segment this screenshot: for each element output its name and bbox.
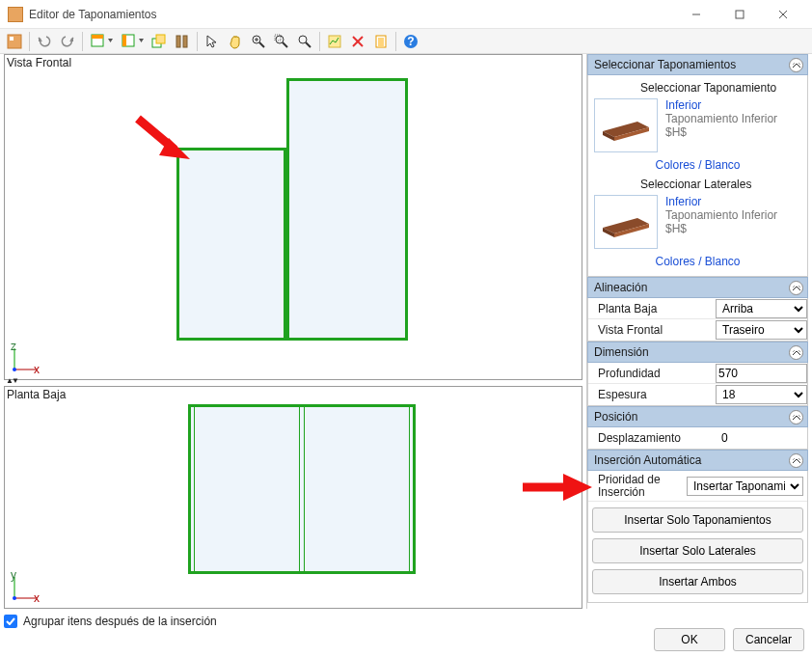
select-taponamiento-title: Seleccionar Taponamiento: [640, 81, 801, 95]
section-select-header[interactable]: Seleccionar Taponamientos: [587, 54, 808, 75]
svg-text:y: y: [11, 571, 16, 582]
align-plan-label: Planta Baja: [588, 302, 716, 315]
depth-label: Profundidad: [588, 367, 716, 380]
svg-point-36: [13, 368, 16, 371]
section-ins-title: Inserción Automática: [594, 453, 701, 467]
collapse-icon[interactable]: [789, 453, 803, 468]
taponamiento-desc: Taponamiento Inferior $H$: [665, 112, 801, 139]
chart-icon[interactable]: [324, 31, 345, 52]
columns-icon[interactable]: [172, 31, 193, 52]
svg-rect-1: [736, 11, 744, 18]
separator: [197, 32, 198, 51]
close-button[interactable]: [761, 1, 804, 28]
svg-line-30: [138, 119, 175, 150]
axis-plan: y x: [9, 571, 41, 604]
pan-hand-icon[interactable]: [225, 31, 246, 52]
collapse-icon[interactable]: [789, 345, 803, 360]
depth-input[interactable]: [716, 364, 807, 383]
section-pos-title: Posición: [594, 410, 637, 424]
taponamiento-text: Inferior Taponamiento Inferior $H$: [665, 98, 801, 152]
collapse-icon[interactable]: [789, 281, 803, 295]
colors-link-1[interactable]: Colores / Blanco: [655, 158, 740, 172]
section-dim-body: Profundidad Espesura 18: [587, 363, 808, 406]
offset-label: Desplazamiento: [588, 431, 716, 445]
group-after-insert-checkbox[interactable]: Agrupar itens después de la inserción: [4, 611, 808, 628]
layout-green1-icon[interactable]: [87, 31, 116, 52]
collapse-icon[interactable]: [789, 58, 803, 72]
select-laterales-title: Seleccionar Laterales: [640, 178, 801, 191]
section-dim-title: Dimensión: [594, 345, 649, 359]
laterales-link[interactable]: Inferior: [665, 195, 801, 208]
collapse-icon[interactable]: [789, 410, 803, 424]
zoom-extents-icon[interactable]: [271, 31, 292, 52]
priority-select[interactable]: Insertar Taponamient: [687, 477, 803, 496]
pointer-icon[interactable]: [202, 31, 223, 52]
viewports: Vista Frontal z x: [4, 54, 582, 609]
insert-only-taponamientos-button[interactable]: Insertar Solo Taponamientos: [592, 507, 803, 533]
axis-front: z x: [9, 342, 41, 375]
group-after-insert-label: Agrupar itens después de la inserción: [23, 615, 217, 628]
section-align-title: Alineación: [594, 281, 647, 294]
viewport-front[interactable]: Vista Frontal z x: [4, 54, 582, 380]
svg-rect-12: [176, 36, 180, 47]
separator: [29, 32, 30, 51]
section-ins-body: Prioridad de Inserción Insertar Taponami…: [587, 471, 808, 603]
svg-rect-13: [183, 36, 187, 47]
viewport-plan-label: Planta Baja: [7, 388, 66, 401]
thickness-select[interactable]: 18: [716, 385, 807, 404]
layout-green2-icon[interactable]: [118, 31, 147, 52]
insert-only-laterales-button[interactable]: Insertar Solo Laterales: [592, 538, 803, 563]
svg-line-22: [306, 42, 311, 47]
section-align-header[interactable]: Alineación: [587, 277, 808, 298]
separator: [395, 32, 396, 51]
tool-app-icon[interactable]: [4, 31, 25, 52]
svg-rect-11: [156, 35, 165, 43]
section-select-body: Seleccionar Taponamiento Inferior Tapona…: [587, 75, 808, 277]
delete-icon[interactable]: [347, 31, 368, 52]
cancel-button[interactable]: Cancelar: [733, 628, 804, 651]
section-pos-header[interactable]: Posición: [587, 406, 808, 427]
door-icon[interactable]: [370, 31, 392, 52]
laterales-text: Inferior Taponamiento Inferior $H$: [665, 195, 801, 249]
viewport-front-label: Vista Frontal: [7, 56, 71, 69]
svg-point-41: [13, 596, 16, 600]
titlebar: Editor de Taponamientos: [0, 0, 812, 29]
svg-point-21: [299, 36, 307, 43]
toolbar: ?: [0, 29, 812, 54]
window-title: Editor de Taponamientos: [29, 8, 674, 21]
redo-icon[interactable]: [57, 31, 78, 52]
svg-rect-27: [378, 38, 384, 47]
layout-green3-icon[interactable]: [149, 31, 170, 52]
ok-button[interactable]: OK: [654, 628, 725, 651]
bottom-bar: Agrupar itens después de la inserción OK…: [4, 611, 808, 657]
section-dim-header[interactable]: Dimensión: [587, 342, 808, 363]
laterales-item[interactable]: Inferior Taponamiento Inferior $H$: [594, 195, 801, 249]
align-front-select[interactable]: Traseiro: [716, 320, 807, 340]
maximize-button[interactable]: [717, 1, 761, 28]
help-icon[interactable]: ?: [400, 31, 421, 52]
align-plan-select[interactable]: Arriba: [716, 299, 807, 318]
window-buttons: [674, 1, 804, 28]
section-ins-header[interactable]: Inserción Automática: [587, 450, 808, 471]
insert-both-button[interactable]: Insertar Ambos: [592, 569, 803, 594]
offset-value[interactable]: 0: [716, 431, 807, 445]
minimize-button[interactable]: [674, 1, 717, 28]
laterales-desc: Taponamiento Inferior $H$: [665, 208, 801, 235]
svg-line-19: [283, 42, 287, 47]
zoom-in-icon[interactable]: [248, 31, 269, 52]
taponamiento-link[interactable]: Inferior: [665, 98, 801, 112]
svg-rect-9: [122, 35, 126, 46]
svg-text:z: z: [11, 342, 16, 353]
taponamiento-item[interactable]: Inferior Taponamiento Inferior $H$: [594, 98, 801, 152]
svg-point-18: [276, 36, 284, 43]
svg-line-15: [259, 42, 264, 47]
svg-text:x: x: [34, 363, 40, 375]
separator: [319, 32, 320, 51]
align-front-label: Vista Frontal: [588, 323, 716, 337]
colors-link-2[interactable]: Colores / Blanco: [655, 255, 740, 268]
undo-icon[interactable]: [34, 31, 55, 52]
zoom-icon[interactable]: [294, 31, 315, 52]
viewport-plan[interactable]: Planta Baja y x: [4, 386, 582, 609]
section-pos-body: Desplazamiento 0: [587, 427, 808, 450]
svg-text:?: ?: [407, 35, 414, 48]
